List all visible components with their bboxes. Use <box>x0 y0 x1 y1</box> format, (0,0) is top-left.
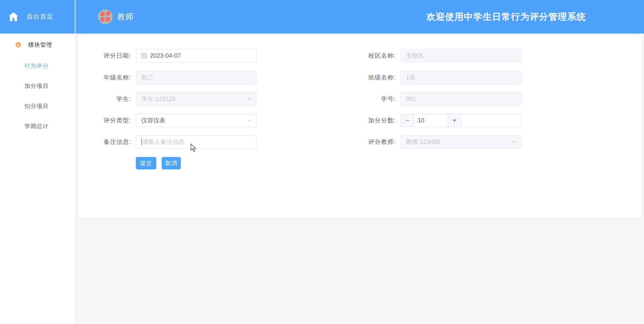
campus-input <box>400 49 521 62</box>
teacher-value <box>406 139 516 146</box>
sidebar-section-module-management[interactable]: 模块管理 <box>0 34 75 56</box>
home-label: 后台首页 <box>26 12 53 21</box>
add-score-input[interactable] <box>418 117 448 124</box>
sidebar-section-label: 模块管理 <box>28 41 52 49</box>
add-score-value-wrap <box>414 114 448 127</box>
grade-value <box>141 74 251 81</box>
header-main: 教师 欢迎使用中学生日常行为评分管理系统 <box>75 0 644 34</box>
add-score-stepper: − + <box>400 114 521 127</box>
add-score-label: 加分分数: <box>343 116 396 124</box>
remark-placeholder: 请输入备注信息 <box>142 138 184 146</box>
sidebar-item-add-score-project[interactable]: 加分项目 <box>0 76 75 96</box>
calendar-icon <box>141 53 147 59</box>
student-no-value <box>406 96 516 103</box>
cancel-button[interactable]: 取消 <box>162 157 181 169</box>
grade-input <box>136 71 257 84</box>
sidebar-item-label: 扣分项目 <box>24 102 49 110</box>
sidebar-item-label: 行为评分 <box>24 62 49 70</box>
chevron-down-icon <box>247 118 252 123</box>
plus-icon: + <box>452 117 457 124</box>
add-score-row: 加分分数: − + <box>343 114 521 127</box>
score-type-select[interactable] <box>136 114 257 127</box>
class-input <box>400 71 521 84</box>
chevron-down-icon <box>512 139 517 145</box>
class-value <box>406 74 516 81</box>
chevron-down-icon <box>247 96 252 102</box>
stepper-spacer <box>461 114 521 127</box>
student-row: 学生: <box>78 92 257 106</box>
student-select <box>136 92 257 106</box>
student-label: 学生: <box>78 95 131 103</box>
sidebar-item-semester-total[interactable]: 学期总计 <box>0 116 75 136</box>
main-content-area: 评分日期: 校区名称: 年级名称: <box>76 34 644 324</box>
teacher-select <box>400 135 521 149</box>
score-type-label: 评分类型: <box>78 116 131 124</box>
student-no-row: 学号: <box>343 92 521 106</box>
campus-value <box>406 52 516 59</box>
campus-label: 校区名称: <box>343 52 396 60</box>
teacher-row: 评分教师: <box>343 135 521 149</box>
increase-score-button[interactable]: + <box>448 114 461 127</box>
score-date-value[interactable] <box>150 52 251 59</box>
score-date-input[interactable] <box>136 49 257 62</box>
home-icon <box>8 11 19 22</box>
score-type-value[interactable] <box>141 117 251 124</box>
class-label: 班级名称: <box>343 73 396 82</box>
welcome-title: 欢迎使用中学生日常行为评分管理系统 <box>426 11 586 23</box>
student-no-input <box>400 92 521 106</box>
sidebar-item-label: 学期总计 <box>24 122 49 130</box>
score-date-row: 评分日期: <box>78 49 257 62</box>
student-no-label: 学号: <box>343 95 396 103</box>
brand-label: 教师 <box>117 11 134 22</box>
teacher-label: 评分教师: <box>343 138 396 146</box>
sidebar: 模块管理 行为评分 加分项目 扣分项目 学期总计 <box>0 34 76 324</box>
remark-input[interactable]: 请输入备注信息 <box>136 135 257 149</box>
submit-button[interactable]: 提交 <box>136 157 156 169</box>
form-panel: 评分日期: 校区名称: 年级名称: <box>78 36 641 217</box>
student-value <box>141 96 251 103</box>
top-header: 后台首页 教师 欢迎使用中学生日常行为评分管理系统 <box>0 0 644 34</box>
sidebar-item-deduct-score-project[interactable]: 扣分项目 <box>0 96 75 116</box>
four-petal-logo-icon <box>98 9 113 24</box>
grade-row: 年级名称: <box>78 71 257 84</box>
minus-icon: − <box>406 117 410 124</box>
class-row: 班级名称: <box>343 71 521 84</box>
decrease-score-button[interactable]: − <box>401 114 414 127</box>
grade-label: 年级名称: <box>78 73 131 82</box>
sidebar-item-behavior-score[interactable]: 行为评分 <box>0 56 75 76</box>
campus-row: 校区名称: <box>343 49 521 62</box>
score-type-row: 评分类型: <box>78 114 257 127</box>
remark-label: 备注信息: <box>78 138 131 146</box>
remark-row: 备注信息: 请输入备注信息 <box>78 135 257 149</box>
score-date-label: 评分日期: <box>78 52 131 60</box>
badge-check-icon <box>15 42 21 48</box>
text-caret <box>141 138 142 146</box>
home-nav-button[interactable]: 后台首页 <box>0 0 75 34</box>
sidebar-item-label: 加分项目 <box>24 82 49 90</box>
